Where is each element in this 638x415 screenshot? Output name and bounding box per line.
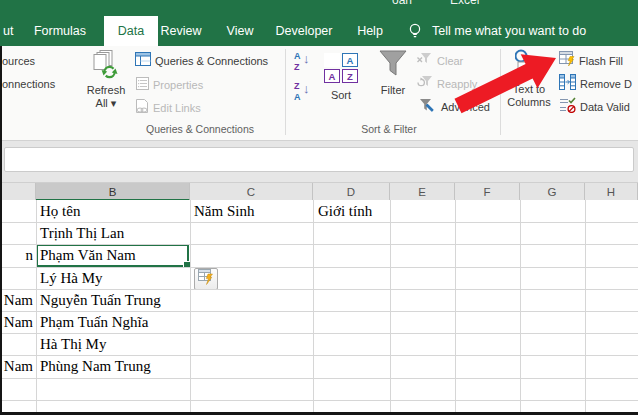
column-header-D[interactable]: D [313,183,390,201]
properties-button[interactable]: Properties [136,76,203,94]
flash-fill-smart-tag-icon [198,269,215,289]
remove-duplicates-button[interactable]: Remove D [559,75,632,93]
filter-icon [378,64,408,81]
cut-button-connections[interactable]: onnections [2,78,55,90]
cell-B-row1[interactable]: Họ tên [40,200,188,222]
advanced-filter-icon [418,98,437,117]
refresh-all-label: Refresh [80,84,132,97]
cut-button-sources[interactable]: ources [2,55,35,67]
gridline-vertical [390,200,391,415]
reapply-filter-icon [416,75,433,93]
edit-links-label: Edit Links [153,102,201,114]
tab-view[interactable]: View [227,16,254,46]
tab-review[interactable]: Review [161,16,202,46]
tab-help[interactable]: Help [357,16,383,46]
cell-C-row1[interactable]: Năm Sinh [194,200,312,222]
properties-label: Properties [153,79,203,91]
filter-label: Filter [370,84,416,97]
column-header-F[interactable]: F [455,183,520,201]
cell-B-row7[interactable]: Hà Thị My [40,333,188,355]
tab-data[interactable]: Data [104,16,158,46]
cell-A-row5[interactable]: Nam [0,289,33,311]
gridline-vertical [585,200,586,415]
group-label-queries-connections: Queries & Connections [146,123,254,135]
flash-fill-button[interactable]: Flash Fill [559,52,623,70]
gridline-horizontal [0,378,638,379]
cell-B-row3[interactable]: Phạm Văn Nam [40,244,188,266]
refresh-all-button[interactable]: Refresh All ▾ [80,50,132,110]
excel-window: oan Excel ut Formulas Data Review View D… [0,0,638,415]
column-header-B[interactable]: B [36,183,190,201]
column-header-H[interactable]: H [585,183,638,201]
cell-B-row2[interactable]: Trịnh Thị Lan [40,222,188,244]
window-title-fragment: oan [392,0,412,7]
sort-button[interactable]: Z A A Z Sort [318,49,364,102]
data-validation-label: Data Valid [580,101,630,113]
sort-az-button[interactable]: A Z ↓ [292,50,314,74]
sort-za-button[interactable]: Z A ↓ [292,80,314,104]
sort-label: Sort [318,89,364,102]
refresh-all-icon [93,66,119,83]
cell-B-row4[interactable]: Lý Hà My [40,267,188,289]
column-header-G[interactable]: G [520,183,585,201]
flash-fill-options-smart-tag[interactable] [194,268,218,290]
cell-B-row8[interactable]: Phùng Nam Trung [40,355,188,377]
clear-filter-icon [416,52,433,70]
window-title-fragment-app: Excel [450,0,479,7]
cell-B-row5[interactable]: Nguyễn Tuấn Trung [40,289,188,311]
cell-B-row6[interactable]: Phạm Tuấn Nghĩa [40,311,188,333]
sheet-grid[interactable]: Họ tênNăm SinhGiới tínhTrịnh Thị LannPhạ… [0,200,638,415]
red-arrow-annotation [438,38,568,127]
title-bar: oan Excel [0,0,638,16]
queries-connections-button[interactable]: Queries & Connections [135,52,268,70]
gridline-vertical [313,200,314,415]
cell-A-row6[interactable]: Nam [0,311,33,333]
column-header-E[interactable]: E [390,183,455,201]
remove-duplicates-label: Remove D [580,78,632,90]
sort-az-icon: A Z ↓ [292,50,314,74]
column-header-row: BCDEFGH [0,182,638,201]
lightbulb-icon [408,22,422,44]
flash-fill-label: Flash Fill [579,55,623,67]
queries-connections-icon [135,52,151,70]
refresh-all-dropdown: All ▾ [80,97,132,110]
queries-connections-label: Queries & Connections [155,55,268,67]
tab-page-layout-cut[interactable]: ut [3,16,13,46]
cell-A-row3[interactable]: n [0,244,33,266]
column-header-a-sliver[interactable] [0,183,36,201]
filter-button[interactable]: Filter [370,49,416,97]
gridline-vertical [36,200,37,415]
cell-D-row1[interactable]: Giới tính [318,200,389,222]
edit-links-button[interactable]: Edit Links [135,99,201,117]
sort-icon: Z A A Z [324,53,358,83]
gridline-vertical [190,200,191,415]
tab-formulas[interactable]: Formulas [34,16,86,46]
tab-developer[interactable]: Developer [276,16,333,46]
gridline-vertical [520,200,521,415]
group-separator [285,49,286,135]
data-validation-button[interactable]: Data Valid [559,98,630,116]
sort-za-icon: Z A ↓ [292,80,314,104]
formula-bar-strip [0,141,638,182]
gridline-vertical [455,200,456,415]
gridline-horizontal [0,400,638,401]
group-label-sort-filter: Sort & Filter [361,123,416,135]
cell-A-row8[interactable]: Nam [0,355,33,377]
column-header-C[interactable]: C [190,183,313,201]
screenshot-left-border [0,46,2,413]
properties-icon [136,76,149,94]
edit-links-icon [135,99,149,117]
formula-bar-input[interactable] [4,147,634,172]
